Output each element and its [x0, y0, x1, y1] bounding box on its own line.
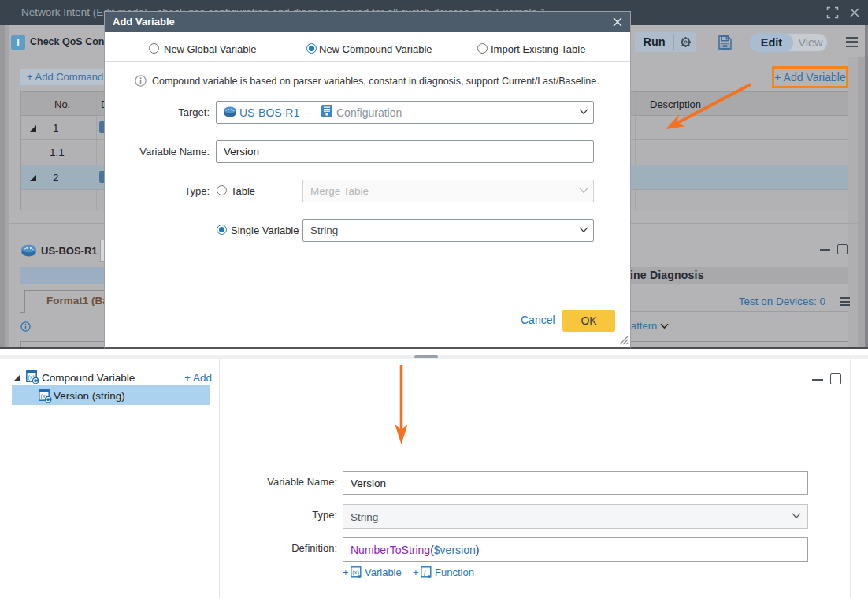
svg-text:(x): (x): [352, 569, 359, 576]
